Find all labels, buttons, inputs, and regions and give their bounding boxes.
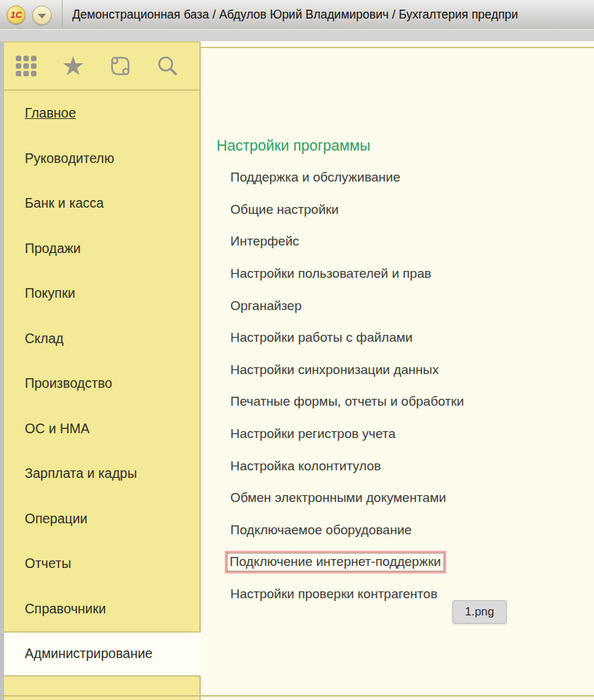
link-podderzhka-i-obsluzhivanie[interactable]: Поддержка и обслуживание bbox=[230, 170, 400, 185]
focus-highlight-frame: Подключение интернет-поддержки bbox=[225, 551, 446, 573]
link-registry-ucheta[interactable]: Настройки регистров учета bbox=[230, 426, 395, 441]
sidebar-item-label: Главное bbox=[25, 105, 76, 121]
link-nastroyki-polzovateley-i-prav[interactable]: Настройки пользователей и прав bbox=[230, 266, 431, 281]
sidebar-item-label: Банк и касса bbox=[25, 195, 104, 211]
history-scroll-icon[interactable] bbox=[107, 51, 133, 81]
sidebar-toolbar: ★ bbox=[4, 43, 199, 91]
window-title: Демонстрационная база / Абдулов Юрий Вла… bbox=[72, 0, 594, 29]
list-item: Настройки проверки контрагентов bbox=[230, 578, 588, 611]
sidebar-item-label: Покупки bbox=[25, 285, 75, 301]
list-item: Настройки синхронизации данных bbox=[230, 354, 588, 386]
list-item: Настройки регистров учета bbox=[230, 418, 588, 450]
link-interfeys[interactable]: Интерфейс bbox=[230, 234, 299, 249]
sidebar-item-label: ОС и НМА bbox=[25, 421, 89, 437]
list-item: Подключение интернет-поддержки bbox=[230, 546, 588, 578]
link-sinkhronizatsiya-dannykh[interactable]: Настройки синхронизации данных bbox=[230, 362, 439, 378]
search-icon[interactable] bbox=[154, 51, 180, 81]
sidebar: ★ Главное Руководителю Банк и касса Прод bbox=[4, 41, 201, 700]
sidebar-item-label: Зарплата и кадры bbox=[25, 466, 137, 481]
content-pane: Настройки программы Поддержка и обслужив… bbox=[201, 41, 594, 700]
list-item: Общие настройки bbox=[230, 194, 588, 226]
sidebar-item-otchety[interactable]: Отчеты bbox=[4, 541, 199, 587]
drag-file-tooltip: 1.png bbox=[452, 600, 507, 624]
link-podklyuchenie-internet-podderzhki[interactable]: Подключение интернет-поддержки bbox=[230, 554, 441, 569]
app-window: 1С Демонстрационная база / Абдулов Юрий … bbox=[0, 0, 594, 700]
page-title: Настройки программы bbox=[217, 138, 371, 155]
sidebar-item-label: Продажи bbox=[25, 241, 80, 256]
list-item: Подключаемое оборудование bbox=[230, 514, 588, 547]
sidebar-item-rukovoditelyu[interactable]: Руководителю bbox=[4, 136, 199, 182]
list-item: Настройка колонтитулов bbox=[230, 450, 588, 482]
sidebar-item-label: Производство bbox=[25, 375, 112, 391]
list-item: Обмен электронными документами bbox=[230, 482, 588, 514]
sidebar-item-spravochniki[interactable]: Справочники bbox=[4, 587, 199, 632]
list-item: Печатные формы, отчеты и обработки bbox=[230, 386, 588, 418]
main-menu-button[interactable] bbox=[32, 6, 52, 25]
sidebar-item-label: Руководителю bbox=[25, 151, 114, 166]
settings-links-list: Поддержка и обслуживание Общие настройки… bbox=[230, 162, 588, 610]
list-item: Настройки пользователей и прав bbox=[230, 258, 588, 290]
sidebar-nav: Главное Руководителю Банк и касса Продаж… bbox=[4, 91, 199, 677]
sidebar-item-label: Отчеты bbox=[25, 556, 71, 571]
1c-logo-button[interactable]: 1С bbox=[7, 6, 25, 24]
link-podklyuchaemoe-oborudovanie[interactable]: Подключаемое оборудование bbox=[230, 523, 412, 538]
titlebar-lower-strip bbox=[0, 30, 594, 41]
sidebar-item-prodazhi[interactable]: Продажи bbox=[4, 226, 199, 272]
sidebar-item-zarplata-i-kadry[interactable]: Зарплата и кадры bbox=[4, 451, 199, 496]
list-item: Поддержка и обслуживание bbox=[230, 162, 588, 194]
sidebar-item-sklad[interactable]: Склад bbox=[4, 316, 199, 362]
favorites-star-icon[interactable]: ★ bbox=[60, 51, 86, 81]
bottom-divider bbox=[0, 695, 594, 697]
1c-logo-icon: 1С bbox=[10, 10, 22, 20]
sidebar-item-glavnoe[interactable]: Главное bbox=[4, 91, 199, 136]
link-nastroyki-raboty-s-faylami[interactable]: Настройки работы с файлами bbox=[230, 330, 412, 345]
list-item: Органайзер bbox=[230, 289, 588, 322]
sidebar-item-label: Администрирование bbox=[25, 646, 153, 661]
drag-file-tooltip-label: 1.png bbox=[465, 605, 494, 619]
sidebar-item-label: Операции bbox=[25, 511, 87, 527]
link-obmen-elektronnymi-dokumentami[interactable]: Обмен электронными документами bbox=[230, 490, 446, 505]
link-pechatnye-formy-otchety-obrabotki[interactable]: Печатные формы, отчеты и обработки bbox=[230, 394, 464, 409]
sidebar-item-label: Склад bbox=[25, 331, 63, 347]
titlebar-divider bbox=[62, 0, 63, 29]
link-obshchie-nastroyki[interactable]: Общие настройки bbox=[230, 202, 339, 217]
link-kolontituly[interactable]: Настройка колонтитулов bbox=[230, 459, 381, 474]
link-nastroyki-proverki-kontragentov[interactable]: Настройки проверки контрагентов bbox=[230, 587, 437, 602]
sidebar-item-operatsii[interactable]: Операции bbox=[4, 496, 199, 542]
sidebar-item-os-i-nma[interactable]: ОС и НМА bbox=[4, 406, 199, 452]
sidebar-item-proizvodstvo[interactable]: Производство bbox=[4, 361, 199, 406]
content-top-border bbox=[201, 47, 594, 48]
sidebar-item-bank-i-kassa[interactable]: Банк и касса bbox=[4, 181, 199, 226]
link-organayzer[interactable]: Органайзер bbox=[230, 298, 302, 314]
sidebar-item-label: Справочники bbox=[25, 601, 106, 617]
list-item: Настройки работы с файлами bbox=[230, 322, 588, 354]
content-top-strip bbox=[201, 41, 594, 47]
menu-grid-icon[interactable] bbox=[13, 51, 39, 81]
window-titlebar: 1С Демонстрационная база / Абдулов Юрий … bbox=[0, 0, 594, 29]
chevron-down-icon bbox=[38, 14, 46, 19]
list-item: Интерфейс bbox=[230, 226, 588, 258]
sidebar-item-pokupki[interactable]: Покупки bbox=[4, 271, 199, 316]
sidebar-item-administrirovanie[interactable]: Администрирование bbox=[4, 631, 201, 677]
